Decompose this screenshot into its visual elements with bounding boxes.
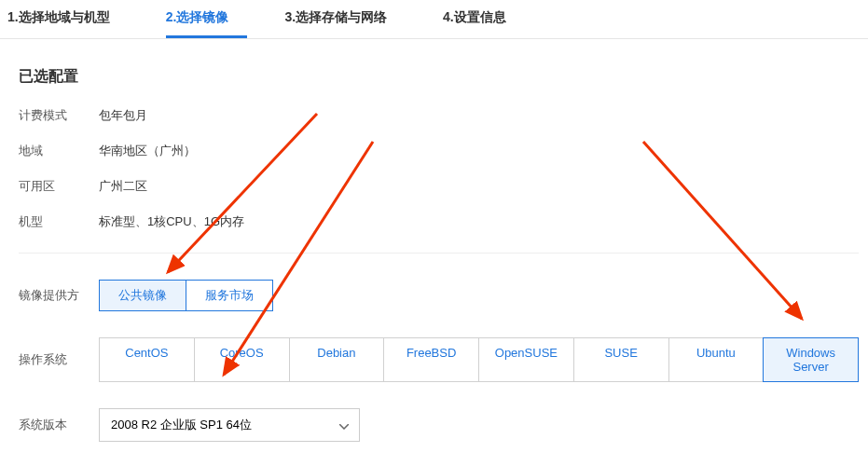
zone-label: 可用区: [19, 178, 99, 195]
model-label: 机型: [19, 213, 99, 230]
content-area: 已选配置 计费模式 包年包月 地域 华南地区（广州） 可用区 广州二区 机型 标…: [0, 39, 868, 466]
version-select[interactable]: 2008 R2 企业版 SP1 64位: [99, 408, 360, 442]
image-provider-public[interactable]: 公共镜像: [99, 280, 186, 311]
billing-value: 包年包月: [99, 107, 147, 124]
os-label: 操作系统: [19, 351, 99, 368]
os-tabs: CentOS CoreOS Debian FreeBSD OpenSUSE SU…: [99, 337, 859, 382]
row-zone: 可用区 广州二区: [19, 174, 859, 199]
os-tab-freebsd[interactable]: FreeBSD: [384, 338, 479, 381]
os-tab-suse[interactable]: SUSE: [574, 338, 669, 381]
os-tab-windows-server[interactable]: Windows Server: [763, 337, 859, 382]
model-value: 标准型、1核CPU、1G内存: [99, 213, 244, 230]
region-label: 地域: [19, 143, 99, 159]
image-provider-label: 镜像提供方: [19, 287, 99, 304]
tab-step3[interactable]: 3.选择存储与网络: [284, 0, 406, 38]
divider: [19, 253, 859, 254]
row-region: 地域 华南地区（广州）: [19, 139, 859, 163]
os-tab-opensuse[interactable]: OpenSUSE: [479, 338, 574, 381]
tab-step4[interactable]: 4.设置信息: [443, 0, 525, 38]
tab-step2[interactable]: 2.选择镜像: [166, 0, 248, 38]
wizard-tabs: 1.选择地域与机型 2.选择镜像 3.选择存储与网络 4.设置信息: [0, 0, 868, 39]
row-version: 系统版本 2008 R2 企业版 SP1 64位: [19, 408, 859, 442]
row-billing: 计费模式 包年包月: [19, 103, 859, 128]
image-provider-market[interactable]: 服务市场: [186, 280, 273, 311]
image-provider-group: 公共镜像 服务市场: [99, 280, 272, 311]
os-tab-debian[interactable]: Debian: [290, 338, 385, 381]
billing-label: 计费模式: [19, 107, 99, 124]
version-selected-text: 2008 R2 企业版 SP1 64位: [111, 418, 252, 432]
section-title: 已选配置: [19, 67, 859, 87]
row-model: 机型 标准型、1核CPU、1G内存: [19, 210, 859, 234]
row-os: 操作系统 CentOS CoreOS Debian FreeBSD OpenSU…: [19, 337, 859, 382]
tab-step1[interactable]: 1.选择地域与机型: [7, 0, 129, 38]
version-label: 系统版本: [19, 417, 99, 433]
os-tab-ubuntu[interactable]: Ubuntu: [669, 338, 765, 381]
row-image-provider: 镜像提供方 公共镜像 服务市场: [19, 280, 859, 311]
os-tab-coreos[interactable]: CoreOS: [195, 338, 290, 381]
region-value: 华南地区（广州）: [99, 143, 196, 159]
zone-value: 广州二区: [99, 178, 147, 195]
version-select-wrap: 2008 R2 企业版 SP1 64位: [99, 408, 360, 442]
os-tab-centos[interactable]: CentOS: [100, 338, 195, 381]
